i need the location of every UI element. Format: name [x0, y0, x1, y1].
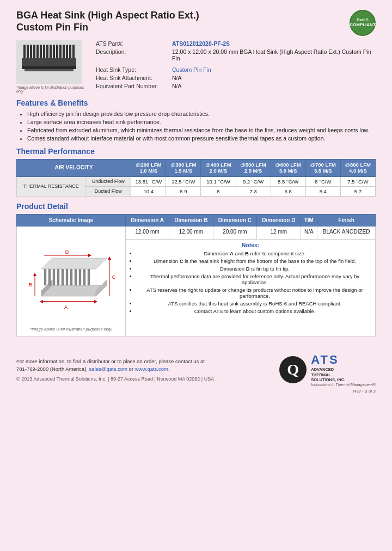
th-finish: Finish [317, 214, 376, 226]
footer-left: For more information, to find a distribu… [16, 358, 214, 382]
feature-item: Large surface area increases heat sink p… [27, 119, 376, 125]
note-item-3: Thermal performance data are provided fo… [137, 273, 373, 285]
feature-item: Fabricated from extruded aluminum, which… [27, 127, 376, 133]
svg-rect-6 [40, 45, 42, 58]
feature-item: Comes standard without interface materia… [27, 135, 376, 142]
svg-rect-5 [36, 45, 39, 58]
ducted-val-4: 6.8 [271, 186, 305, 196]
svg-rect-15 [69, 45, 71, 58]
ducted-val-0: 10.4 [131, 186, 166, 196]
th-dim-a: Dimension A [126, 214, 169, 226]
part-number-label: ATS Part#: [96, 40, 172, 47]
unducted-val-2: 10.1 °C/W [201, 176, 236, 186]
note-item-6: Contact ATS to learn about custom option… [137, 308, 373, 314]
unducted-val-1: 12.5 °C/W [166, 176, 201, 186]
product-image-area: *Image above is for illustration purpose… [16, 40, 87, 93]
heat-sink-type-value: Custom Pin Fin [172, 66, 211, 73]
unducted-row: THERMAL RESISTANCE Unducted Flow 13.81 °… [17, 176, 376, 186]
dim-a-value: 12.00 mm [126, 226, 169, 239]
ats-logo: Q ATS ADVANCEDTHERMALSOLUTIONS, INC. Inn… [279, 353, 376, 387]
unducted-val-3: 9.2 °C/W [236, 176, 271, 186]
tim-value: N/A [301, 226, 317, 239]
ats-company-name: ADVANCEDTHERMALSOLUTIONS, INC. [311, 367, 376, 383]
note-item-5: ATS certifies that this heat sink assemb… [137, 301, 373, 307]
unducted-val-4: 8.5 °C/W [271, 176, 305, 186]
product-detail-table: Schematic Image Dimension A Dimension B … [16, 214, 376, 336]
ats-q-icon: Q [279, 356, 307, 383]
title-line2: Custom Pin Fin [16, 22, 88, 33]
svg-rect-11 [56, 45, 58, 58]
svg-text:A: A [64, 304, 67, 310]
description-label: Description: [96, 48, 172, 62]
svg-rect-17 [22, 66, 76, 69]
ats-acronym: ATS [311, 353, 376, 367]
copyright: © 2013 Advanced Thermal Solutions, Inc. … [16, 376, 214, 382]
schematic-svg: A B C D [25, 231, 118, 323]
description-row: Description: 12.00 x 12.00 x 20.00 mm BG… [96, 48, 376, 62]
footer-website[interactable]: www.qats.com [135, 366, 168, 372]
col-800lfm: @800 LFM4.0 M/S [340, 160, 375, 177]
unducted-val-0: 13.81 °C/W [131, 176, 166, 186]
svg-rect-16 [72, 45, 75, 58]
svg-rect-22 [44, 269, 46, 285]
finish-value: BLACK ANODIZED [317, 226, 376, 239]
footer-contact: For more information, to find a distribu… [16, 358, 214, 374]
note-item-2: Dimension D is fin tip to fin tip. [137, 266, 373, 272]
ducted-val-5: 5.4 [305, 186, 340, 196]
title-line1: BGA Heat Sink (High Aspect Ratio Ext.) [16, 10, 199, 21]
unducted-val-5: 8 °C/W [305, 176, 340, 186]
ats-tagline: Innovations in Thermal Management® [311, 383, 376, 387]
ducted-val-2: 8 [201, 186, 236, 196]
notes-title: Notes: [128, 242, 373, 248]
heat-sink-type-label: Heat Sink Type: [96, 66, 172, 73]
col-700lfm: @700 LFM3.5 M/S [305, 160, 340, 177]
unducted-val-6: 7.5 °C/W [340, 176, 375, 186]
note-item-1: Dimension C is the heat sink height from… [137, 258, 373, 264]
product-image [16, 40, 82, 84]
performance-table: AIR VELOCITY @200 LFM1.0 M/S @300 LFM1.5… [16, 159, 376, 197]
svg-rect-8 [46, 45, 48, 58]
note-item-0: Dimension A and B refer to component siz… [137, 250, 373, 256]
dim-c-value: 20.00 mm [213, 226, 256, 239]
ats-text: ATS ADVANCEDTHERMALSOLUTIONS, INC. Innov… [311, 353, 376, 387]
footer-email[interactable]: sales@qats.com [89, 366, 127, 372]
page-title: BGA Heat Sink (High Aspect Ratio Ext.) C… [16, 10, 199, 33]
heat-sink-type-row: Heat Sink Type: Custom Pin Fin [96, 66, 376, 73]
ducted-val-1: 8.9 [166, 186, 201, 196]
features-title: Features & Benefits [16, 99, 376, 107]
schematic-cell: A B C D *Image above is for illustration… [17, 226, 126, 336]
thermal-performance-section: Thermal Performance AIR VELOCITY @200 LF… [16, 147, 376, 197]
product-details: ATS Part#: ATS012012020-PF-2S Descriptio… [96, 40, 376, 93]
svg-marker-33 [41, 258, 107, 269]
air-velocity-header: AIR VELOCITY [17, 160, 131, 177]
notes-cell: Notes: Dimension A and B refer to compon… [126, 240, 376, 336]
unducted-label: Unducted Flow [85, 176, 131, 186]
svg-rect-0 [22, 58, 76, 66]
svg-rect-24 [53, 267, 55, 285]
svg-rect-10 [53, 45, 55, 58]
image-caption: *Image above is for illustration purpose… [16, 85, 87, 93]
notes-list: Dimension A and B refer to component siz… [128, 250, 373, 314]
part-number-value: ATS012012020-PF-2S [172, 40, 230, 47]
ducted-val-6: 5.7 [340, 186, 375, 196]
svg-rect-14 [66, 45, 68, 58]
note-item-4: ATS reserves the right to update or chan… [137, 287, 373, 299]
product-detail-section: Product Detail Schematic Image Dimension… [16, 202, 376, 336]
th-dim-d: Dimension D [257, 214, 301, 226]
thermal-performance-title: Thermal Performance [16, 147, 376, 156]
attachment-label: Heat Sink Attachment: [96, 75, 172, 81]
svg-rect-18 [24, 69, 74, 71]
th-tim: TIM [301, 214, 317, 226]
col-400lfm: @400 LFM2.0 M/S [201, 160, 236, 177]
part-number-row: ATS Part#: ATS012012020-PF-2S [96, 40, 376, 47]
features-section: Features & Benefits High efficiency pin … [16, 99, 376, 142]
svg-rect-2 [27, 45, 29, 58]
col-200lfm: @200 LFM1.0 M/S [131, 160, 166, 177]
header: BGA Heat Sink (High Aspect Ratio Ext.) C… [16, 10, 376, 36]
heatsink-illustration [19, 42, 79, 83]
features-list: High efficiency pin fin design provides … [16, 111, 376, 142]
page: BGA Heat Sink (High Aspect Ratio Ext.) C… [0, 0, 392, 551]
svg-rect-13 [63, 45, 65, 58]
attachment-value: N/A [172, 75, 182, 81]
col-500lfm: @500 LFM2.5 M/S [236, 160, 271, 177]
